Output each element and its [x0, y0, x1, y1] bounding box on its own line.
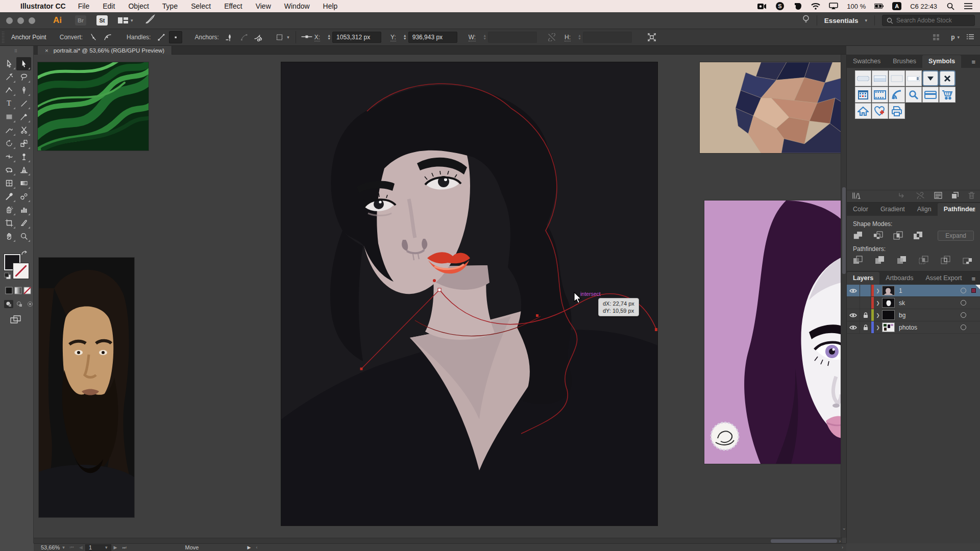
- type-tool[interactable]: T: [2, 97, 16, 110]
- layer-sk-lock-toggle[interactable]: [860, 297, 871, 309]
- gpu-performance-icon[interactable]: [144, 14, 156, 27]
- next-artboard-button[interactable]: ▶: [114, 545, 117, 550]
- touch-workspace-icon[interactable]: [929, 31, 943, 43]
- shaper-tool[interactable]: [2, 123, 16, 137]
- stroke-color-swatch[interactable]: [13, 263, 29, 279]
- status-forward-chevron[interactable]: ›: [842, 545, 843, 550]
- default-fill-stroke-icon[interactable]: [4, 272, 11, 282]
- menu-edit[interactable]: Edit: [103, 2, 115, 10]
- layer-1-lock-toggle[interactable]: [860, 285, 871, 296]
- blend-tool[interactable]: [16, 190, 31, 203]
- layer-bg-thumbnail[interactable]: [882, 310, 895, 320]
- scrollbar-down-chevron[interactable]: ⌄: [842, 525, 846, 531]
- symbol-shopping-cart[interactable]: [939, 87, 955, 103]
- layer-photos-visibility-toggle[interactable]: [847, 321, 860, 333]
- convert-to-corner-button[interactable]: [87, 31, 100, 43]
- menu-file[interactable]: File: [78, 2, 90, 10]
- symbol-rss[interactable]: [889, 87, 905, 103]
- layer-photos-name[interactable]: photos: [899, 324, 917, 331]
- perspective-grid-tool[interactable]: [16, 163, 31, 177]
- prev-artboard-button[interactable]: ◀: [79, 545, 83, 550]
- status-tool-indicator[interactable]: Move: [185, 544, 199, 550]
- layer-bg-lock-toggle[interactable]: [860, 309, 871, 321]
- zoom-tool[interactable]: [16, 230, 31, 243]
- controlbar-grip[interactable]: [2, 31, 5, 43]
- vertical-scrollbar-thumb[interactable]: [842, 187, 846, 274]
- tab-artboards[interactable]: Artboards: [879, 272, 919, 285]
- magic-wand-tool[interactable]: [2, 70, 16, 84]
- layer-sk-name[interactable]: sk: [899, 299, 905, 307]
- document-tab[interactable]: × portrait.ai* @ 53,66% (RGB/GPU Preview…: [38, 46, 172, 55]
- scale-tool[interactable]: [16, 137, 31, 150]
- layer-bg-expand-chevron[interactable]: ❯: [874, 313, 882, 318]
- break-symbol-link-icon[interactable]: [916, 192, 925, 201]
- curvature-tool[interactable]: [2, 84, 16, 97]
- minus-back-button[interactable]: [963, 256, 974, 265]
- tab-gradient[interactable]: Gradient: [874, 203, 911, 216]
- zoom-dropdown-chevron[interactable]: ▾: [62, 545, 65, 550]
- none-mode-button[interactable]: [23, 287, 31, 296]
- layer-sk-target-circle[interactable]: [961, 300, 966, 306]
- symbol-options-icon[interactable]: [934, 192, 942, 201]
- layer-1-thumbnail[interactable]: [882, 286, 895, 295]
- mesh-tool[interactable]: [2, 177, 16, 190]
- gradient-mode-button[interactable]: [14, 287, 22, 296]
- tab-brushes[interactable]: Brushes: [887, 55, 922, 68]
- trim-button[interactable]: [875, 256, 886, 265]
- y-value-field[interactable]: 936,943 px: [408, 32, 457, 43]
- layer-1-name[interactable]: 1: [899, 287, 902, 294]
- artboard[interactable]: [281, 62, 657, 525]
- symbol-libraries-icon[interactable]: [852, 192, 861, 201]
- h-label[interactable]: H:: [565, 34, 571, 41]
- layer-photos-expand-chevron[interactable]: ❯: [874, 325, 882, 330]
- rectangle-tool[interactable]: [2, 110, 16, 123]
- y-stepper[interactable]: ▲▼: [403, 34, 407, 40]
- tab-align[interactable]: Align: [911, 203, 938, 216]
- canvas-area[interactable]: ⌃ intersect dX: 22,74 px d: [34, 55, 846, 543]
- rotate-tool[interactable]: [2, 137, 16, 150]
- scissors-tool[interactable]: [16, 123, 31, 137]
- symbol-button-bar[interactable]: [855, 70, 871, 86]
- screen-record-icon[interactable]: [757, 2, 767, 10]
- show-handles-button[interactable]: [155, 31, 168, 43]
- divide-button[interactable]: [853, 256, 864, 265]
- symbol-close-button[interactable]: [939, 70, 955, 86]
- exclude-button[interactable]: [913, 231, 924, 240]
- outline-button[interactable]: [941, 256, 952, 265]
- slice-tool[interactable]: [16, 216, 31, 230]
- layer-bg-name[interactable]: bg: [899, 312, 905, 319]
- place-symbol-instance-icon[interactable]: [898, 192, 906, 201]
- hand-tool[interactable]: [2, 230, 16, 243]
- w-label[interactable]: W:: [469, 34, 476, 41]
- menu-effect[interactable]: Effect: [224, 2, 242, 10]
- lightbulb-sync-icon[interactable]: [802, 15, 810, 27]
- direct-selection-tool[interactable]: [16, 57, 31, 70]
- menu-help[interactable]: Help: [323, 2, 338, 10]
- shape-builder-tool[interactable]: [2, 163, 16, 177]
- layer-row-photos[interactable]: ❯ photos: [847, 321, 980, 334]
- horizontal-scrollbar-thumb[interactable]: [771, 539, 837, 543]
- tab-layers[interactable]: Layers: [847, 272, 879, 285]
- color-mode-button[interactable]: [5, 287, 13, 296]
- merge-button[interactable]: [897, 256, 908, 265]
- scrollbar-right-chevron[interactable]: ›: [839, 539, 841, 543]
- menu-object[interactable]: Object: [128, 2, 149, 10]
- layer-1-expand-chevron[interactable]: ❯: [874, 288, 882, 293]
- menu-type[interactable]: Type: [162, 2, 178, 10]
- hide-handles-button[interactable]: [169, 31, 182, 43]
- y-label[interactable]: Y:: [390, 34, 396, 41]
- convert-to-smooth-button[interactable]: [101, 31, 114, 43]
- layer-photos-lock-toggle[interactable]: [860, 321, 871, 333]
- symbols-panel-menu-icon[interactable]: ≡: [971, 58, 976, 66]
- layer-1-visibility-toggle[interactable]: [847, 285, 860, 296]
- toolbar-grip[interactable]: ⠿: [14, 49, 18, 54]
- menu-window[interactable]: Window: [284, 2, 310, 10]
- symbol-filmstrip[interactable]: [872, 87, 888, 103]
- layer-photos-thumbnail[interactable]: [882, 322, 895, 332]
- symbol-home[interactable]: [855, 103, 871, 119]
- intersect-button[interactable]: [893, 231, 904, 240]
- symbol-calendar[interactable]: [855, 87, 871, 103]
- layer-row-sk[interactable]: ❯ sk: [847, 297, 980, 309]
- horizontal-scrollbar[interactable]: ›: [34, 538, 842, 543]
- properties-toggle[interactable]: p▾: [951, 34, 960, 41]
